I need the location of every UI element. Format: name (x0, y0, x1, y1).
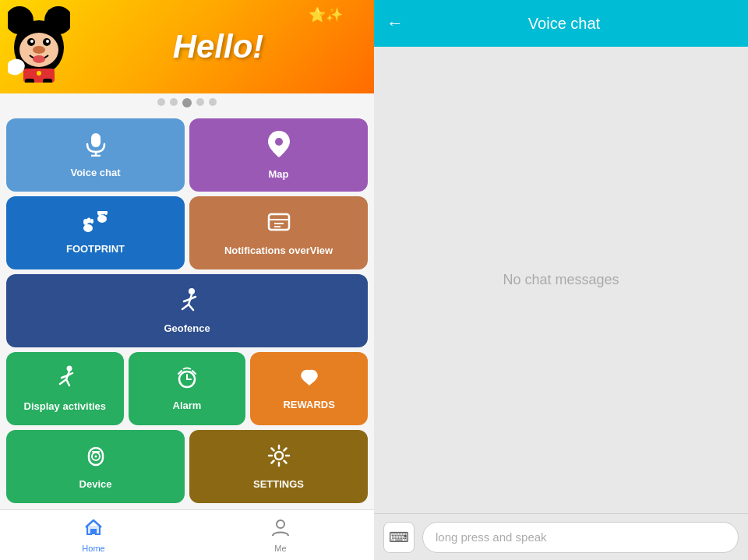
hello-text: Hello! (173, 28, 264, 65)
voice-chat-label: Voice chat (70, 167, 120, 179)
rewards-label: REWARDS (283, 399, 334, 411)
stars-icon: ⭐✨ (309, 6, 343, 23)
geofence-label: Geofence (164, 322, 210, 335)
left-panel: ✈️ (0, 0, 374, 560)
grid-row-4: Display activities Alarm (6, 352, 368, 425)
dot-5[interactable] (209, 98, 217, 106)
svg-point-6 (30, 40, 34, 43)
me-label: Me (274, 544, 286, 553)
keyboard-icon: ⌨ (389, 529, 409, 546)
svg-point-21 (83, 224, 93, 232)
svg-line-41 (60, 379, 66, 384)
dot-2[interactable] (170, 98, 178, 106)
rewards-button[interactable]: REWARDS (250, 352, 368, 425)
map-label: Map (269, 168, 289, 181)
activities-icon (54, 365, 76, 396)
app-grid: Voice chat Map (0, 112, 374, 509)
footprint-icon (82, 211, 110, 238)
device-button[interactable]: Device (6, 430, 185, 503)
svg-point-25 (97, 215, 107, 223)
back-button[interactable]: ← (386, 13, 404, 33)
dot-3[interactable] (182, 98, 192, 107)
rewards-icon (298, 367, 321, 394)
map-button[interactable]: Map (189, 118, 368, 192)
svg-point-54 (277, 520, 284, 528)
svg-point-8 (33, 46, 45, 54)
voice-chat-header: ← Voice chat (374, 0, 748, 47)
geofence-button[interactable]: Geofence (6, 274, 368, 347)
footprint-button[interactable]: FOOTPRINT (6, 196, 185, 269)
mickey-icon (8, 5, 70, 93)
me-icon (270, 517, 291, 542)
bottom-nav: Home Me (0, 509, 374, 560)
grid-row-1: Voice chat Map (6, 118, 368, 192)
settings-icon (266, 443, 291, 474)
map-pin-icon (266, 130, 291, 164)
svg-point-7 (46, 40, 49, 43)
notifications-label: Notifications overView (224, 245, 333, 257)
geofence-icon (175, 287, 199, 318)
footprint-label: FOOTPRINT (66, 243, 125, 255)
svg-rect-13 (25, 79, 34, 83)
mic-icon (83, 132, 108, 162)
svg-rect-14 (43, 79, 52, 83)
device-label: Device (79, 478, 112, 491)
settings-button[interactable]: SETTINGS (189, 430, 368, 503)
svg-point-24 (90, 219, 94, 224)
svg-line-35 (182, 305, 189, 309)
voice-chat-title: Voice chat (416, 15, 712, 33)
svg-rect-17 (91, 133, 101, 147)
svg-line-36 (189, 305, 193, 310)
voice-chat-button[interactable]: Voice chat (6, 118, 185, 192)
svg-point-9 (33, 55, 45, 63)
voice-input-bar: ⌨ long press and speak (374, 513, 748, 560)
alarm-icon (175, 366, 199, 395)
speak-button[interactable]: long press and speak (422, 522, 739, 553)
grid-row-3: Geofence (6, 274, 368, 347)
carousel-dots (0, 93, 374, 112)
svg-point-51 (94, 455, 97, 457)
keyboard-button[interactable]: ⌨ (383, 522, 415, 553)
notifications-icon (266, 210, 291, 240)
home-icon (83, 517, 104, 542)
home-label: Home (82, 544, 104, 553)
alarm-button[interactable]: Alarm (129, 352, 246, 425)
alarm-label: Alarm (173, 400, 202, 412)
dot-1[interactable] (157, 98, 165, 106)
hero-banner: ✈️ (0, 0, 374, 93)
speak-placeholder: long press and speak (436, 530, 547, 544)
no-messages-text: No chat messages (503, 272, 619, 288)
notifications-button[interactable]: Notifications overView (189, 196, 368, 269)
svg-point-20 (275, 138, 283, 146)
grid-row-5: Device SETTINGS (6, 430, 368, 503)
svg-line-42 (66, 379, 69, 386)
display-activities-label: Display activities (24, 400, 107, 413)
display-activities-button[interactable]: Display activities (6, 352, 124, 425)
dot-4[interactable] (196, 98, 204, 106)
svg-rect-53 (91, 530, 96, 534)
svg-point-12 (37, 71, 41, 76)
grid-row-2: FOOTPRINT Notifications overView (6, 196, 368, 269)
svg-point-28 (104, 211, 108, 215)
chat-area: No chat messages (374, 47, 748, 513)
device-icon (85, 443, 107, 474)
svg-point-52 (275, 452, 283, 460)
svg-point-23 (86, 217, 90, 223)
right-panel: ← Voice chat No chat messages ⌨ long pre… (374, 0, 748, 560)
settings-label: SETTINGS (253, 478, 304, 491)
nav-me[interactable]: Me (187, 517, 374, 553)
nav-home[interactable]: Home (0, 517, 187, 553)
